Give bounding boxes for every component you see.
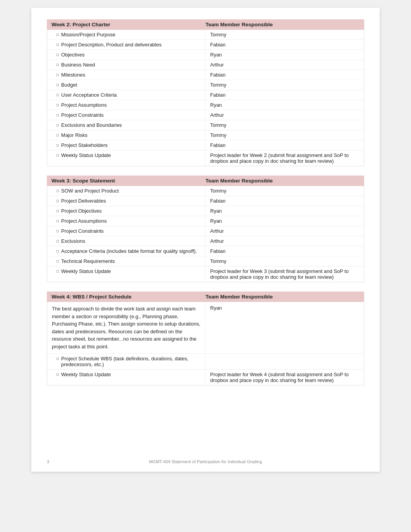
table-row: □ Project Description, Product and deliv…: [47, 40, 364, 50]
bullet-icon: □: [57, 219, 59, 223]
task-cell: □ SOW and Project Product: [47, 186, 206, 196]
task-label: Budget: [61, 82, 77, 88]
responsible-cell: Arthur: [206, 226, 364, 236]
week4-intro-row: The best approach to divide the work tas…: [47, 302, 364, 354]
bullet-icon: □: [57, 73, 59, 77]
responsible-cell: [206, 354, 364, 369]
task-label: Business Need: [61, 62, 95, 68]
responsible-cell: Project leader for Week 3 (submit final …: [206, 266, 364, 282]
task-cell: □ Project Constraints: [47, 110, 206, 120]
task-label: Milestones: [61, 72, 85, 78]
task-cell: □ Project Assumptions: [47, 100, 206, 110]
task-cell: □ Project Schedule WBS (task definitions…: [47, 354, 206, 369]
task-cell: □ Project Description, Product and deliv…: [47, 40, 206, 49]
bullet-icon: □: [57, 199, 59, 203]
task-cell: □ Project Constraints: [47, 226, 206, 236]
responsible-cell: Ryan: [206, 206, 364, 216]
table-row: □ Exclusions Arthur: [47, 236, 364, 246]
table-row: □ Major Risks Tommy: [47, 130, 364, 140]
bullet-icon: □: [57, 133, 59, 137]
table-row: □ Project Constraints Arthur: [47, 226, 364, 236]
task-cell: □ Weekly Status Update: [47, 370, 206, 385]
task-label: Weekly Status Update: [61, 372, 111, 377]
bullet-icon: □: [57, 259, 59, 263]
bullet-icon: □: [57, 143, 59, 147]
table-row: □ Weekly Status Update Project leader fo…: [47, 370, 364, 385]
table-row: □ Milestones Fabian: [47, 70, 364, 80]
bullet-icon: □: [57, 93, 59, 97]
footer: 3 MGMT-404 Statement of Participation fo…: [31, 459, 380, 464]
task-cell: □ User Acceptance Criteria: [47, 90, 206, 100]
table-row: □ Weekly Status Update Project leader fo…: [47, 150, 364, 166]
table-row: □ User Acceptance Criteria Fabian: [47, 90, 364, 100]
bullet-icon: □: [57, 229, 59, 233]
responsible-cell: Fabian: [206, 196, 364, 206]
week3-section: Week 3: Scope Statement Team Member Resp…: [47, 176, 364, 282]
table-row: □ Acceptance Criteria (includes table fo…: [47, 246, 364, 256]
table-row: □ Project Assumptions Ryan: [47, 216, 364, 226]
week3-body: □ SOW and Project Product Tommy □ Projec…: [47, 186, 364, 282]
task-label: Weekly Status Update: [61, 268, 111, 274]
table-row: □ Project Stakeholders Fabian: [47, 140, 364, 150]
responsible-cell: Fabian: [206, 90, 364, 100]
bullet-icon: □: [57, 63, 59, 67]
task-cell: □ Weekly Status Update: [47, 266, 206, 282]
responsible-cell: Tommy: [206, 80, 364, 90]
task-label: Acceptance Criteria (includes table form…: [61, 248, 197, 254]
bullet-icon: □: [57, 53, 59, 57]
bullet-icon: □: [57, 249, 59, 253]
table-row: □ Project Objectives Ryan: [47, 206, 364, 216]
table-row: □ Business Need Arthur: [47, 60, 364, 70]
bullet-icon: □: [57, 153, 59, 157]
task-label: Objectives: [61, 52, 85, 58]
task-label: SOW and Project Product: [61, 188, 119, 194]
week4-intro-responsible: Ryan: [206, 302, 364, 353]
bullet-icon: □: [57, 103, 59, 107]
task-label: Project Assumptions: [61, 218, 107, 224]
task-label: Project Assumptions: [61, 102, 107, 108]
bullet-icon: □: [57, 356, 59, 361]
table-row: □ Project Constraints Arthur: [47, 110, 364, 120]
week4-intro-text: The best approach to divide the work tas…: [47, 302, 206, 353]
task-label: Project Description, Product and deliver…: [61, 42, 161, 48]
responsible-cell: Fabian: [206, 40, 364, 49]
task-label: Technical Requirements: [61, 258, 115, 264]
task-label: Project Constraints: [61, 112, 104, 118]
bullet-icon: □: [57, 83, 59, 87]
table-row: □ Project Schedule WBS (task definitions…: [47, 354, 364, 370]
table-row: □ Mission/Project Purpose Tommy: [47, 30, 364, 40]
week4-body: The best approach to divide the work tas…: [47, 302, 364, 385]
bullet-icon: □: [57, 372, 59, 377]
task-cell: □ Business Need: [47, 60, 206, 70]
responsible-cell: Arthur: [206, 60, 364, 70]
task-label: Project Objectives: [61, 208, 102, 214]
responsible-cell: Fabian: [206, 246, 364, 256]
task-cell: □ Technical Requirements: [47, 256, 206, 266]
task-label: User Acceptance Criteria: [61, 92, 117, 98]
bullet-icon: □: [57, 32, 59, 37]
task-cell: □ Acceptance Criteria (includes table fo…: [47, 246, 206, 256]
week2-header: Week 2: Project Charter Team Member Resp…: [47, 19, 364, 30]
responsible-cell: Ryan: [206, 100, 364, 110]
responsible-cell: Fabian: [206, 140, 364, 150]
bullet-icon: □: [57, 239, 59, 243]
responsible-cell: Tommy: [206, 130, 364, 140]
task-label: Mission/Project Purpose: [61, 32, 115, 38]
responsible-cell: Ryan: [206, 50, 364, 60]
week4-col-header: Team Member Responsible: [206, 294, 360, 300]
table-row: □ Budget Tommy: [47, 80, 364, 90]
week2-title: Week 2: Project Charter: [51, 22, 206, 27]
task-label: Project Schedule WBS (task definitions, …: [61, 356, 200, 367]
task-cell: □ Major Risks: [47, 130, 206, 140]
week3-title: Week 3: Scope Statement: [51, 178, 206, 184]
responsible-cell: Arthur: [206, 110, 364, 120]
bullet-icon: □: [57, 189, 59, 193]
table-row: □ Exclusions and Boundaries Tommy: [47, 120, 364, 130]
responsible-cell: Tommy: [206, 256, 364, 266]
responsible-cell: Tommy: [206, 186, 364, 196]
table-row: □ Weekly Status Update Project leader fo…: [47, 266, 364, 282]
task-label: Project Stakeholders: [61, 142, 108, 148]
week4-header: Week 4: WBS / Project Schedule Team Memb…: [47, 292, 364, 302]
bullet-icon: □: [57, 209, 59, 213]
bullet-icon: □: [57, 123, 59, 127]
